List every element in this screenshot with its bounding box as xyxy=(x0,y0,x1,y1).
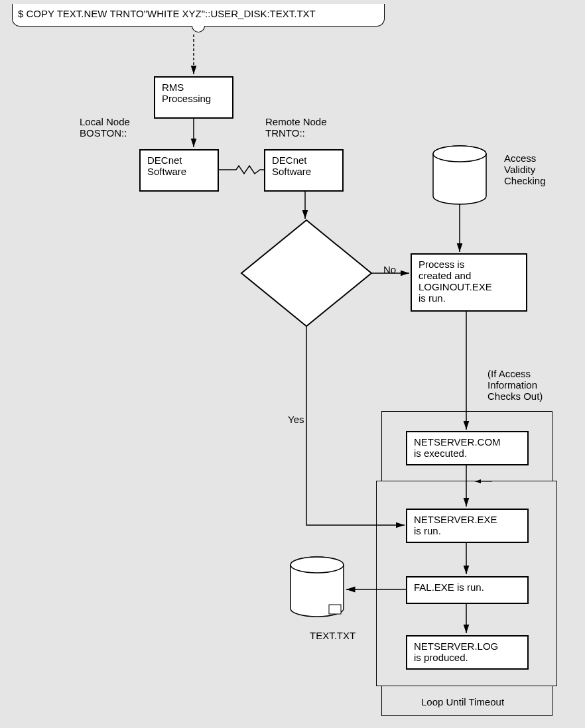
netserver-com-box: NETSERVER.COM is executed. xyxy=(406,431,529,465)
dec-l1: Is xyxy=(261,239,353,251)
pc-l4: is run. xyxy=(419,292,519,304)
nsexe-l2: is run. xyxy=(414,525,521,536)
dec-l5: located? xyxy=(261,284,353,296)
ia-l3: Checks Out) xyxy=(487,391,543,402)
ud-l2: Disk xyxy=(305,588,326,599)
fal-l1: FAL.EXE is run. xyxy=(414,581,521,593)
ac-l1: Access xyxy=(504,152,546,164)
remote-node-label: Remote Node TRNTO:: xyxy=(265,116,327,139)
dec-l4: process xyxy=(261,273,353,284)
decnet-local-l1: DECnet xyxy=(147,154,211,166)
nslog-l1: NETSERVER.LOG xyxy=(414,640,521,652)
uaf-l2: File xyxy=(446,177,466,188)
decnet-remote-l1: DECnet xyxy=(272,154,336,166)
netserver-exe-box: NETSERVER.EXE is run. xyxy=(406,509,529,543)
pc-l3: LOGINOUT.EXE xyxy=(419,281,519,292)
fal-exe-box: FAL.EXE is run. xyxy=(406,576,529,604)
if-access-label: (If Access Information Checks Out) xyxy=(487,368,543,402)
process-created-box: Process is created and LOGINOUT.EXE is r… xyxy=(411,253,527,312)
netserver-log-box: NETSERVER.LOG is produced. xyxy=(406,635,529,670)
svg-point-4 xyxy=(433,146,486,162)
remote-node-l2: TRNTO:: xyxy=(265,127,327,139)
rms-line2: Processing xyxy=(162,93,226,104)
decnet-local-l2: Software xyxy=(147,166,211,177)
ud-l1: User xyxy=(305,577,326,588)
nscom-l1: NETSERVER.COM xyxy=(414,436,521,448)
decision-diamond: Is appropriate NETSERVER process located… xyxy=(261,239,353,296)
uaf-l1: UAF xyxy=(446,166,466,177)
edge-no-label: No xyxy=(383,264,396,275)
ia-l1: (If Access xyxy=(487,368,543,379)
rms-box: RMS Processing xyxy=(154,76,233,119)
ac-l2: Validity xyxy=(504,164,546,175)
dec-l2: appropriate xyxy=(261,251,353,262)
user-disk-file-label: TEXT.TXT xyxy=(310,630,356,641)
uaf-label: UAF File xyxy=(446,166,466,188)
command-brace: $ COPY TEXT.NEW TRNTO"WHITE XYZ"::USER_D… xyxy=(12,4,385,27)
nslog-l2: is produced. xyxy=(414,652,521,663)
pc-l2: created and xyxy=(419,270,519,281)
decnet-local-box: DECnet Software xyxy=(139,149,219,192)
local-node-l1: Local Node xyxy=(80,116,130,127)
decnet-remote-l2: Software xyxy=(272,166,336,177)
dec-l3: NETSERVER xyxy=(261,262,353,273)
access-check-label: Access Validity Checking xyxy=(504,152,546,186)
rms-line1: RMS xyxy=(162,82,226,93)
user-disk-label: User Disk xyxy=(305,577,326,599)
svg-point-5 xyxy=(433,146,486,162)
svg-point-13 xyxy=(291,557,344,573)
edge-yes-label: Yes xyxy=(288,414,304,425)
local-node-l2: BOSTON:: xyxy=(80,127,130,139)
ia-l2: Information xyxy=(487,379,543,391)
local-node-label: Local Node BOSTON:: xyxy=(80,116,130,139)
flowchart-canvas: $ COPY TEXT.NEW TRNTO"WHITE XYZ"::USER_D… xyxy=(0,0,585,728)
nsexe-l1: NETSERVER.EXE xyxy=(414,514,521,525)
command-text: $ COPY TEXT.NEW TRNTO"WHITE XYZ"::USER_D… xyxy=(18,8,316,19)
ac-l3: Checking xyxy=(504,175,546,186)
pc-l1: Process is xyxy=(419,259,519,270)
remote-node-l1: Remote Node xyxy=(265,116,327,127)
svg-point-14 xyxy=(291,557,344,573)
nscom-l2: is executed. xyxy=(414,448,521,459)
decnet-remote-box: DECnet Software xyxy=(264,149,344,192)
loop-label: Loop Until Timeout xyxy=(421,696,504,707)
svg-rect-15 xyxy=(329,605,341,614)
